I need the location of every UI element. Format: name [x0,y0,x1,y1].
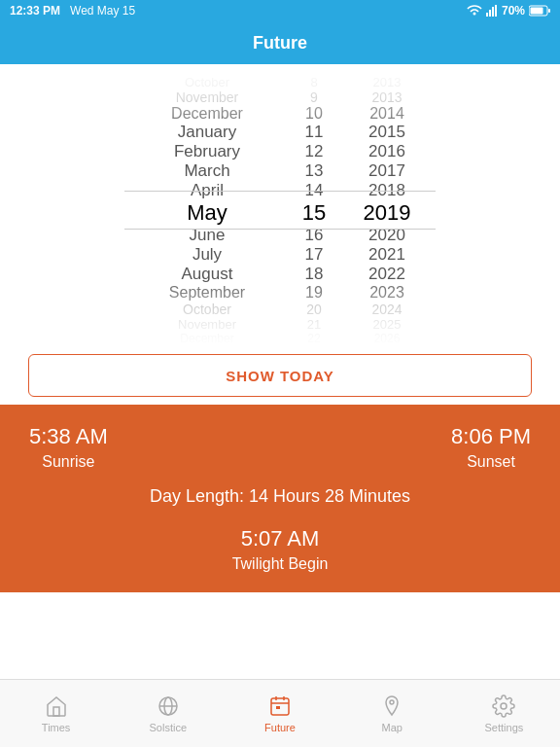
picker-item: June [129,226,285,245]
svg-rect-1 [489,10,491,17]
picker-item: 13 [285,161,343,181]
status-date: Wed May 15 [70,4,135,18]
picker-item: February [129,142,285,161]
status-time: 12:33 PM [10,4,60,18]
picker-item: 14 [285,181,343,200]
tab-settings-label: Settings [485,722,524,733]
app-header: Future [0,21,560,64]
sunset-info: 8:06 PM Sunset [451,424,531,471]
globe-icon [157,694,180,718]
tab-future[interactable]: Future [224,680,335,747]
header-title: Future [253,33,307,53]
picker-item: 2018 [343,181,431,200]
day-column[interactable]: 8 9 10 11 12 13 14 15 16 17 18 19 20 21 … [285,84,343,337]
day-length: Day Length: 14 Hours 28 Minutes [29,486,531,507]
calendar-icon [268,694,292,718]
picker-item: March [129,161,285,181]
picker-item: 2015 [343,123,431,142]
svg-rect-0 [486,13,488,17]
picker-item: 12 [285,142,343,161]
picker-item: 8 [285,75,343,89]
home-icon [45,694,68,718]
tab-times-label: Times [42,722,71,733]
picker-item: October [129,75,285,89]
picker-item: 9 [285,89,343,105]
wifi-icon [467,5,482,17]
map-pin-icon [380,694,403,718]
info-panel: 5:38 AM Sunrise 8:06 PM Sunset Day Lengt… [0,405,560,592]
sunrise-label: Sunrise [42,453,94,471]
battery-icon [529,5,550,17]
picker-item: November [129,317,285,332]
sunrise-sunset-row: 5:38 AM Sunrise 8:06 PM Sunset [29,424,531,471]
picker-item: 10 [285,105,343,123]
picker-item: 11 [285,123,343,142]
tab-map[interactable]: Map [336,680,448,747]
picker-item: 2013 [343,75,431,89]
picker-item-selected-month: May [129,200,285,226]
picker-item: 2026 [343,332,431,345]
picker-item: 2013 [343,89,431,105]
svg-point-17 [501,703,507,709]
picker-item: 2014 [343,105,431,123]
twilight-time: 5:07 AM [29,526,531,551]
sunset-time: 8:06 PM [451,424,531,449]
picker-item: 18 [285,265,343,284]
twilight-label: Twilight Begin [29,555,531,573]
picker-item: 21 [285,317,343,332]
picker-item-selected-year: 2019 [343,200,431,226]
sunrise-info: 5:38 AM Sunrise [29,424,108,471]
sunrise-time: 5:38 AM [29,424,108,449]
picker-item: 17 [285,245,343,265]
picker-item: 2024 [343,302,431,317]
tab-future-label: Future [264,722,296,733]
month-column[interactable]: October November December January Februa… [129,84,285,337]
twilight-info: 5:07 AM Twilight Begin [29,526,531,573]
picker-item-selected-day: 15 [285,200,343,226]
svg-point-16 [390,700,394,704]
tab-times[interactable]: Times [0,680,112,747]
tab-settings[interactable]: Settings [448,680,560,747]
svg-rect-6 [548,9,550,13]
tab-solstice-label: Solstice [150,722,188,733]
picker-item: 20 [285,302,343,317]
tab-bar: Times Solstice Future Map [0,679,560,747]
picker-item: 2017 [343,161,431,181]
picker-container: October November December January Februa… [0,84,560,337]
status-bar: 12:33 PM Wed May 15 70% [0,0,560,21]
picker-item: 16 [285,226,343,245]
tab-solstice[interactable]: Solstice [112,680,224,747]
signal-icon [486,5,498,17]
picker-item: 2020 [343,226,431,245]
picker-item: 2025 [343,317,431,332]
picker-item: September [129,284,285,302]
svg-rect-3 [495,5,497,17]
svg-rect-2 [492,7,494,17]
picker-item: 22 [285,332,343,345]
picker-item: July [129,245,285,265]
picker-item: 19 [285,284,343,302]
sunset-label: Sunset [467,453,515,471]
picker-item: 2022 [343,265,431,284]
date-picker[interactable]: October November December January Februa… [0,64,560,346]
year-column[interactable]: 2013 2013 2014 2015 2016 2017 2018 2019 … [343,84,431,337]
battery-level: 70% [502,4,525,18]
picker-item: 2023 [343,284,431,302]
gear-icon [492,694,515,718]
status-bar-left: 12:33 PM Wed May 15 [10,4,135,18]
status-bar-right: 70% [467,4,550,18]
picker-item: December [129,105,285,123]
svg-rect-5 [531,8,543,15]
picker-item: October [129,302,285,317]
picker-item: April [129,181,285,200]
svg-rect-7 [53,707,59,716]
picker-item: 2021 [343,245,431,265]
picker-item: January [129,123,285,142]
show-today-label: SHOW TODAY [226,368,334,384]
tab-map-label: Map [382,722,402,733]
picker-item: November [129,89,285,105]
picker-item: December [129,332,285,345]
show-today-button[interactable]: SHOW TODAY [28,354,532,397]
svg-rect-15 [276,706,280,709]
picker-item: 2016 [343,142,431,161]
